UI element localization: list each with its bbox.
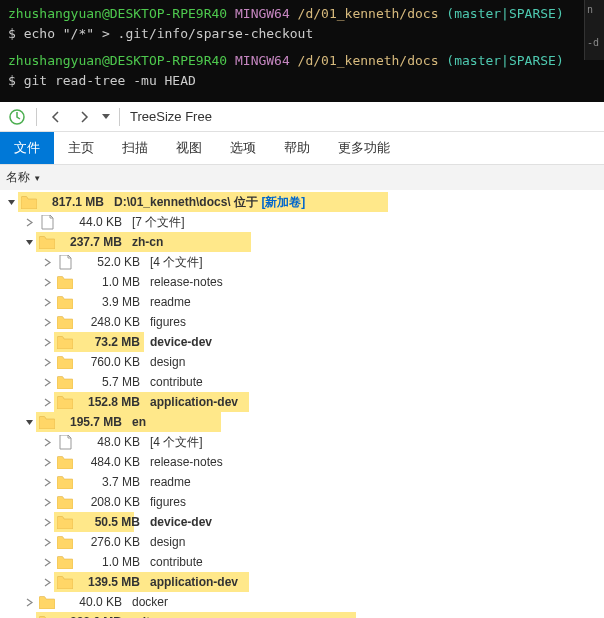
tree-row[interactable]: 248.0 KBfigures bbox=[0, 312, 604, 332]
chevron-right-icon[interactable] bbox=[40, 435, 54, 449]
menu-help[interactable]: 帮助 bbox=[270, 132, 324, 164]
name-label: application-dev bbox=[146, 395, 238, 409]
chevron-right-icon[interactable] bbox=[40, 475, 54, 489]
file-icon bbox=[57, 255, 73, 269]
name-label: [4 个文件] bbox=[146, 434, 203, 451]
terminal-line-1: zhushangyuan@DESKTOP-RPE9R40 MINGW64 /d/… bbox=[8, 4, 596, 24]
tree-row[interactable]: 760.0 KBdesign bbox=[0, 352, 604, 372]
tree-row[interactable]: 208.0 KBfigures bbox=[0, 492, 604, 512]
size-label: 237.7 MB bbox=[58, 235, 128, 249]
folder-icon bbox=[39, 235, 55, 249]
chevron-down-icon[interactable] bbox=[4, 195, 18, 209]
name-label: design bbox=[146, 535, 185, 549]
size-label: 760.0 KB bbox=[76, 355, 146, 369]
terminal-line-4: $ git read-tree -mu HEAD bbox=[8, 71, 596, 91]
tree-row[interactable]: 3.7 MBreadme bbox=[0, 472, 604, 492]
tree-row[interactable]: 139.5 MBapplication-dev bbox=[0, 572, 604, 592]
separator bbox=[119, 108, 120, 126]
name-label: release-notes bbox=[146, 455, 223, 469]
size-label: 3.7 MB bbox=[76, 475, 146, 489]
dropdown-icon[interactable] bbox=[99, 104, 113, 130]
chevron-right-icon[interactable] bbox=[40, 315, 54, 329]
folder-icon bbox=[57, 475, 73, 489]
tree-row[interactable]: 48.0 KB[4 个文件] bbox=[0, 432, 604, 452]
tree-row[interactable]: 3.9 MBreadme bbox=[0, 292, 604, 312]
folder-icon bbox=[57, 275, 73, 289]
menu-bar: 文件 主页 扫描 视图 选项 帮助 更多功能 bbox=[0, 132, 604, 164]
size-label: 139.5 MB bbox=[76, 575, 146, 589]
chevron-right-icon[interactable] bbox=[40, 255, 54, 269]
tree-row[interactable]: 44.0 KB[7 个文件] bbox=[0, 212, 604, 232]
chevron-right-icon[interactable] bbox=[40, 495, 54, 509]
file-icon bbox=[57, 435, 73, 449]
refresh-icon[interactable] bbox=[4, 104, 30, 130]
folder-icon bbox=[57, 495, 73, 509]
tree-row[interactable]: 40.0 KBdocker bbox=[0, 592, 604, 612]
chevron-down-icon[interactable] bbox=[22, 415, 36, 429]
chevron-right-icon[interactable] bbox=[40, 575, 54, 589]
column-header-name[interactable]: 名称 ▼ bbox=[0, 164, 604, 190]
menu-file[interactable]: 文件 bbox=[0, 132, 54, 164]
terminal-line-2: $ echo "/*" > .git/info/sparse-checkout bbox=[8, 24, 596, 44]
chevron-right-icon[interactable] bbox=[40, 335, 54, 349]
name-label: [4 个文件] bbox=[146, 254, 203, 271]
tree-row[interactable]: 484.0 KBrelease-notes bbox=[0, 452, 604, 472]
folder-icon bbox=[21, 195, 37, 209]
tree-row[interactable]: 1.0 MBcontribute bbox=[0, 552, 604, 572]
app-title: TreeSize Free bbox=[130, 109, 212, 124]
back-icon[interactable] bbox=[43, 104, 69, 130]
chevron-right-icon[interactable] bbox=[40, 275, 54, 289]
tree-row[interactable]: 383.6 MB.git bbox=[0, 612, 604, 618]
name-label: figures bbox=[146, 315, 186, 329]
tree-row[interactable]: 817.1 MBD:\01_kenneth\docs\ 位于 [新加卷] bbox=[0, 192, 604, 212]
size-label: 817.1 MB bbox=[40, 195, 110, 209]
menu-options[interactable]: 选项 bbox=[216, 132, 270, 164]
size-label: 1.0 MB bbox=[76, 555, 146, 569]
size-label: 73.2 MB bbox=[76, 335, 146, 349]
name-label: contribute bbox=[146, 375, 203, 389]
chevron-right-icon[interactable] bbox=[40, 515, 54, 529]
file-icon bbox=[39, 215, 55, 229]
size-label: 484.0 KB bbox=[76, 455, 146, 469]
tree-row[interactable]: 152.8 MBapplication-dev bbox=[0, 392, 604, 412]
chevron-right-icon[interactable] bbox=[40, 395, 54, 409]
tree-row[interactable]: 237.7 MBzh-cn bbox=[0, 232, 604, 252]
size-label: 48.0 KB bbox=[76, 435, 146, 449]
folder-icon bbox=[57, 355, 73, 369]
chevron-right-icon[interactable] bbox=[40, 455, 54, 469]
tree-row[interactable]: 195.7 MBen bbox=[0, 412, 604, 432]
size-label: 276.0 KB bbox=[76, 535, 146, 549]
name-label: zh-cn bbox=[128, 235, 163, 249]
name-label: design bbox=[146, 355, 185, 369]
chevron-right-icon[interactable] bbox=[22, 215, 36, 229]
tree-row[interactable]: 52.0 KB[4 个文件] bbox=[0, 252, 604, 272]
chevron-right-icon[interactable] bbox=[40, 295, 54, 309]
chevron-right-icon[interactable] bbox=[40, 555, 54, 569]
tree-row[interactable]: 5.7 MBcontribute bbox=[0, 372, 604, 392]
menu-view[interactable]: 视图 bbox=[162, 132, 216, 164]
menu-scan[interactable]: 扫描 bbox=[108, 132, 162, 164]
tree-row[interactable]: 50.5 MBdevice-dev bbox=[0, 512, 604, 532]
name-label: contribute bbox=[146, 555, 203, 569]
size-label: 40.0 KB bbox=[58, 595, 128, 609]
name-label: readme bbox=[146, 295, 191, 309]
size-label: 248.0 KB bbox=[76, 315, 146, 329]
chevron-down-icon[interactable] bbox=[22, 235, 36, 249]
chevron-right-icon[interactable] bbox=[22, 595, 36, 609]
chevron-right-icon[interactable] bbox=[40, 535, 54, 549]
size-label: 5.7 MB bbox=[76, 375, 146, 389]
name-label: application-dev bbox=[146, 575, 238, 589]
forward-icon[interactable] bbox=[71, 104, 97, 130]
size-label: 50.5 MB bbox=[76, 515, 146, 529]
tree-view: 817.1 MBD:\01_kenneth\docs\ 位于 [新加卷]44.0… bbox=[0, 190, 604, 618]
folder-icon bbox=[57, 515, 73, 529]
menu-more[interactable]: 更多功能 bbox=[324, 132, 404, 164]
tree-row[interactable]: 73.2 MBdevice-dev bbox=[0, 332, 604, 352]
chevron-right-icon[interactable] bbox=[40, 355, 54, 369]
terminal-line-3: zhushangyuan@DESKTOP-RPE9R40 MINGW64 /d/… bbox=[8, 51, 596, 71]
tree-row[interactable]: 1.0 MBrelease-notes bbox=[0, 272, 604, 292]
tree-row[interactable]: 276.0 KBdesign bbox=[0, 532, 604, 552]
menu-home[interactable]: 主页 bbox=[54, 132, 108, 164]
chevron-right-icon[interactable] bbox=[40, 375, 54, 389]
size-label: 208.0 KB bbox=[76, 495, 146, 509]
